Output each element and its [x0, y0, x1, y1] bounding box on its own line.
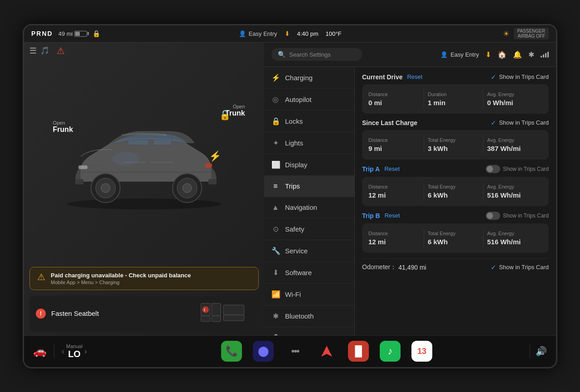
nav-bluetooth-label: Bluetooth	[285, 312, 314, 320]
trip-b-stats: Distance 12 mi Total Energy 6 kWh Avg. E…	[362, 223, 549, 253]
svg-rect-10	[208, 179, 217, 184]
nav-item-display[interactable]: ⬜ Display	[264, 154, 354, 176]
odometer-show-trips[interactable]: ✓ Show in Trips Card	[491, 264, 549, 271]
svg-point-0	[67, 198, 221, 209]
nav-item-upgrades[interactable]: 🔒 Upgrades	[264, 327, 354, 335]
status-center: 👤 Easy Entry ⬇ 4:40 pm 100°F	[204, 30, 377, 37]
nav-item-wifi[interactable]: 📶 Wi-Fi	[264, 284, 354, 305]
alert-icon: ⚠	[57, 45, 65, 56]
nav-item-bluetooth[interactable]: ✱ Bluetooth	[264, 305, 354, 327]
nav-app[interactable]	[316, 341, 337, 362]
seatbelt-warning: ! Fasten Seatbelt	[29, 295, 259, 332]
trips-icon: ≡	[271, 182, 280, 190]
trip-a-stats: Distance 12 mi Total Energy 6 kWh Avg. E…	[362, 177, 549, 206]
bell-header-icon[interactable]: 🔔	[513, 50, 522, 59]
trip-a-show-card[interactable]: Show in Trips Card	[486, 165, 549, 173]
search-bar[interactable]: 🔍 Search Settings	[271, 48, 362, 61]
nav-item-software[interactable]: ⬇ Software	[264, 262, 354, 284]
download-header-icon[interactable]: ⬇	[485, 50, 491, 59]
svg-rect-11	[78, 165, 87, 169]
frunk-label[interactable]: Open Frunk	[53, 120, 73, 134]
left-panel: ☰ 🎵 ⚠ Open Frunk Open Trunk 🔓 ⚡	[24, 43, 264, 335]
trip-a-reset[interactable]: Reset	[384, 165, 400, 172]
nav-item-locks[interactable]: 🔒 Locks	[264, 111, 354, 132]
status-temperature: 100°F	[326, 30, 342, 37]
svg-rect-18	[212, 303, 221, 316]
trip-b-show-card[interactable]: Show in Trips Card	[486, 212, 549, 220]
nav-item-lights[interactable]: ✦ Lights	[264, 132, 354, 154]
car-illustration	[53, 109, 235, 213]
current-drive-reset[interactable]: Reset	[407, 73, 422, 80]
trip-b-header: Trip B Reset Show in Trips Card	[362, 212, 549, 220]
trip-a-total-energy: Total Energy 6 kWh	[424, 182, 483, 201]
nav-item-service[interactable]: 🔧 Service	[264, 240, 354, 262]
svg-rect-20	[223, 305, 244, 315]
trip-b-reset[interactable]: Reset	[385, 212, 400, 219]
audio-app[interactable]: ▐▌	[348, 341, 369, 362]
charging-bolt-icon: ⚡	[209, 150, 221, 162]
charging-notification: ⚠ Paid charging unavailable - Check unpa…	[29, 267, 259, 290]
battery-icon	[74, 31, 87, 37]
trip-b-toggle[interactable]	[486, 212, 500, 220]
home-header-icon[interactable]: 🏠	[498, 50, 507, 59]
current-avg-energy: Avg. Energy 0 Wh/mi	[483, 90, 542, 108]
nav-safety-label: Safety	[285, 225, 304, 233]
nav-item-trips[interactable]: ≡ Trips	[264, 176, 354, 197]
car-controls-bar: ☰ 🎵 ⚠	[24, 43, 264, 59]
trip-b-avg-energy: Avg. Energy 516 Wh/mi	[483, 229, 542, 247]
since-last-charge-stats: Distance 9 mi Total Energy 3 kWh Avg. En…	[362, 130, 549, 160]
svg-rect-12	[205, 163, 212, 168]
trip-a-distance: Distance 12 mi	[368, 182, 424, 201]
svg-rect-9	[75, 179, 83, 184]
svg-point-8	[183, 184, 192, 193]
current-duration: Duration 1 min	[424, 90, 483, 108]
settings-header: 🔍 Search Settings 👤 Easy Entry ⬇ 🏠 🔔 ✱	[264, 43, 556, 67]
svg-point-5	[101, 184, 110, 193]
volume-icon[interactable]: 🔊	[536, 346, 547, 357]
notification-text: Paid charging unavailable - Check unpaid…	[51, 272, 191, 285]
menu-icon[interactable]: ☰	[29, 46, 37, 56]
spotify-app[interactable]: ♪	[380, 341, 401, 362]
nav-item-charging[interactable]: ⚡ Charging	[264, 67, 354, 89]
more-apps[interactable]: •••	[285, 341, 305, 362]
since-avg-energy: Avg. Energy 387 Wh/mi	[483, 136, 542, 154]
status-bar: PRND 49 mi 🔒 👤 Easy Entry ⬇ 4:40 pm 100°…	[24, 25, 556, 43]
signal-header-icon	[541, 51, 549, 58]
trunk-lock-icon[interactable]: 🔓	[219, 110, 231, 121]
display-icon: ⬜	[271, 160, 280, 169]
next-arrow[interactable]: ›	[84, 347, 87, 356]
nav-trips-label: Trips	[285, 182, 300, 190]
nav-item-safety[interactable]: ⊙ Safety	[264, 218, 354, 240]
circle-app[interactable]: ⬤	[253, 341, 274, 362]
trips-content: Current Drive Reset ✓ Show in Trips Card…	[355, 67, 556, 335]
phone-app[interactable]: 📞	[221, 341, 242, 362]
trip-a-header: Trip A Reset Show in Trips Card	[362, 165, 549, 173]
calendar-app[interactable]: 13	[411, 341, 432, 362]
media-icon[interactable]: 🎵	[40, 46, 49, 55]
easy-entry-header-label[interactable]: 👤 Easy Entry	[440, 51, 479, 58]
locks-icon: 🔒	[271, 117, 280, 126]
taskbar-divider-1	[54, 344, 54, 358]
easy-entry-status: 👤 Easy Entry	[239, 30, 277, 37]
svg-rect-19	[212, 315, 221, 321]
bluetooth-header-icon[interactable]: ✱	[528, 50, 534, 59]
phone-icon: 📞	[226, 345, 238, 357]
audio-icon: ▐▌	[351, 345, 365, 357]
taskbar-right: 🔊	[530, 344, 547, 358]
circle-app-icon: ⬤	[258, 345, 269, 357]
since-last-show-trips[interactable]: ✓ Show in Trips Card	[491, 119, 549, 126]
car-icon-taskbar[interactable]: 🚗	[33, 345, 47, 358]
since-last-charge-section: Since Last Charge ✓ Show in Trips Card	[362, 119, 549, 126]
current-drive-show-trips[interactable]: ✓ Show in Trips Card	[491, 73, 549, 81]
prnd-display: PRND	[31, 30, 53, 37]
trip-a-toggle[interactable]	[486, 165, 500, 173]
prev-arrow[interactable]: ‹	[62, 347, 64, 356]
seat-diagram: !	[198, 300, 252, 327]
check-icon-since: ✓	[491, 119, 496, 126]
status-right: ☀ PASSENGER AIRBAG OFF	[376, 28, 549, 39]
seatbelt-warning-icon: !	[36, 309, 46, 319]
nav-item-navigation[interactable]: ▲ Navigation	[264, 197, 354, 218]
nav-item-autopilot[interactable]: ◎ Autopilot	[264, 89, 354, 111]
car-area: Open Frunk Open Trunk 🔓 ⚡	[24, 59, 264, 263]
autopilot-icon: ◎	[271, 95, 280, 104]
